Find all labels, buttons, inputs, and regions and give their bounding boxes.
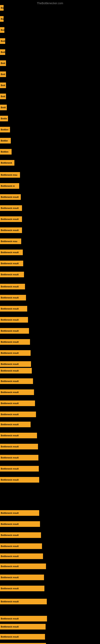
- list-item: Bottleneck resu: [0, 172, 20, 178]
- bar-label: Bottl: [1, 106, 6, 109]
- list-item: Bottleneck result: [0, 194, 21, 200]
- bar-label: Bottleneck result: [1, 478, 19, 481]
- list-item: Bottl: [0, 105, 7, 110]
- list-item: Bottleneck result: [0, 521, 40, 527]
- bar-label: Bott: [1, 51, 5, 53]
- list-item: Bottleneck result: [0, 433, 37, 438]
- bar-label: Bott: [1, 40, 5, 42]
- list-item: Bottleneck result: [0, 295, 26, 300]
- bar-label: Bottleneck result: [1, 468, 19, 470]
- list-item: Bottleneck result: [0, 378, 33, 384]
- bar-label: Bottleneck result: [1, 423, 19, 426]
- bar-label: Bottleneck result: [1, 207, 19, 209]
- list-item: Bottleneck result: [0, 455, 38, 460]
- list-item: Bottleneck result: [0, 306, 27, 312]
- bar-label: Bottleneck re: [1, 185, 15, 187]
- bar-label: Bottleneck result: [1, 370, 19, 372]
- bar-label: Bottleneck result: [1, 587, 19, 590]
- bar-label: Bottleneck result: [1, 229, 19, 232]
- list-item: Bottleneck result: [0, 477, 39, 482]
- bar-label: Bottleneck result: [1, 618, 19, 620]
- list-item: Bottle: [0, 116, 8, 121]
- bar-label: Bottleneck result: [1, 330, 19, 332]
- bar-label: Bottleneck result: [1, 523, 19, 525]
- bar-label: Bottleneck: [1, 162, 12, 164]
- bar-label: Bottleneck result: [1, 413, 19, 416]
- list-item: Bottleneck result: [0, 510, 39, 516]
- bar-label: Bottlen: [1, 128, 8, 131]
- bar-label: Bottleneck result: [1, 341, 19, 343]
- bar-label: Bottleneck result: [1, 296, 19, 299]
- list-item: Bottleneck result: [0, 350, 31, 356]
- list-item: Bottleneck result: [0, 205, 22, 211]
- bar-label: Bottleneck result: [1, 380, 19, 382]
- bar-label: Bottleneck result: [1, 318, 19, 321]
- list-item: Bottleneck result: [0, 390, 34, 395]
- bar-label: Bottle: [1, 117, 7, 120]
- bar-label: Bottleneck result: [1, 512, 19, 514]
- bar-label: Bottleneck result: [1, 555, 19, 558]
- list-item: Bottleneck result: [0, 554, 43, 559]
- list-item: Bottleneck result: [0, 586, 44, 591]
- bar-label: Bottleneck result: [1, 363, 19, 365]
- list-item: Bottleneck result: [0, 466, 39, 472]
- list-item: Bottler: [0, 138, 11, 144]
- bar-label: Bottleneck result: [1, 352, 19, 354]
- list-item: Bo: [0, 16, 3, 22]
- bar-label: Bottleneck result: [1, 262, 19, 265]
- list-item: Bottleneck result: [0, 400, 35, 406]
- bar-label: Bo: [1, 7, 3, 9]
- list-item: Bottleneck result: [0, 412, 36, 417]
- bar-label: Bottler: [1, 140, 8, 142]
- bar-label: Bott: [1, 95, 5, 98]
- bar-label: Bottleneck result: [1, 445, 19, 448]
- list-item: Bo: [0, 5, 3, 11]
- bar-label: Bottleneck result: [1, 545, 19, 548]
- bar-label: Bot: [1, 29, 4, 31]
- bar-label: Bottleneck result: [1, 402, 19, 404]
- list-item: Bottleneck result: [0, 532, 41, 538]
- bar-label: Bott: [1, 73, 5, 76]
- list-item: Bottleneck result: [0, 216, 22, 222]
- bar-label: Bottleneck result: [1, 600, 19, 603]
- bar-label: Bottleneck resu: [1, 240, 17, 242]
- list-item: Bottleneck result: [0, 422, 31, 427]
- list-item: Bott: [0, 49, 5, 55]
- list-item: Bottleneck resu: [0, 238, 21, 244]
- bar-label: Bottleneck result: [1, 434, 19, 437]
- bar-label: Bottleneck result: [1, 626, 19, 628]
- list-item: Bottleneck result: [0, 284, 25, 290]
- list-item: Bott: [0, 38, 5, 44]
- list-item: Bottleneck result: [0, 339, 30, 345]
- list-item: Bottleneck re: [0, 183, 19, 189]
- bar-label: Bottleneck result: [1, 636, 19, 638]
- bar-label: Bott: [1, 84, 5, 86]
- list-item: Bott: [0, 72, 6, 77]
- bar-label: Bottleneck result: [1, 391, 19, 394]
- list-item: Bottleneck result: [0, 544, 42, 549]
- bar-label: Bottleneck result: [1, 565, 19, 568]
- list-item: Bottleneck result: [0, 624, 46, 630]
- bar-label: Bottleneck resu: [1, 174, 17, 176]
- list-item: Bottleneck result: [0, 574, 44, 580]
- list-item: Bottleneck result: [0, 444, 38, 450]
- list-item: Bott: [0, 82, 6, 88]
- list-item: Bottleneck result: [0, 328, 29, 334]
- list-item: Bott: [0, 94, 6, 99]
- bar-label: Bottleneck result: [1, 285, 19, 288]
- list-item: Bottleneck result: [0, 260, 23, 266]
- bar-label: Bottleneck result: [1, 218, 19, 220]
- list-item: Bottleneck result: [0, 228, 22, 233]
- list-item: Bottlen: [0, 127, 10, 132]
- bar-label: Bottleneck result: [1, 251, 19, 254]
- list-item: Bottleneck result: [0, 634, 45, 640]
- list-item: Bott: [0, 60, 6, 66]
- list-item: Bottlen: [0, 149, 12, 154]
- site-title: TheBottlenecker.com: [0, 0, 100, 6]
- list-item: Bottleneck result: [0, 599, 47, 604]
- bar-label: Bottlen: [1, 150, 8, 153]
- list-item: Bot: [0, 27, 4, 33]
- bar-label: Bo: [1, 18, 3, 20]
- bar-label: Bottleneck result: [1, 273, 19, 276]
- list-item: Bottleneck result: [0, 361, 31, 367]
